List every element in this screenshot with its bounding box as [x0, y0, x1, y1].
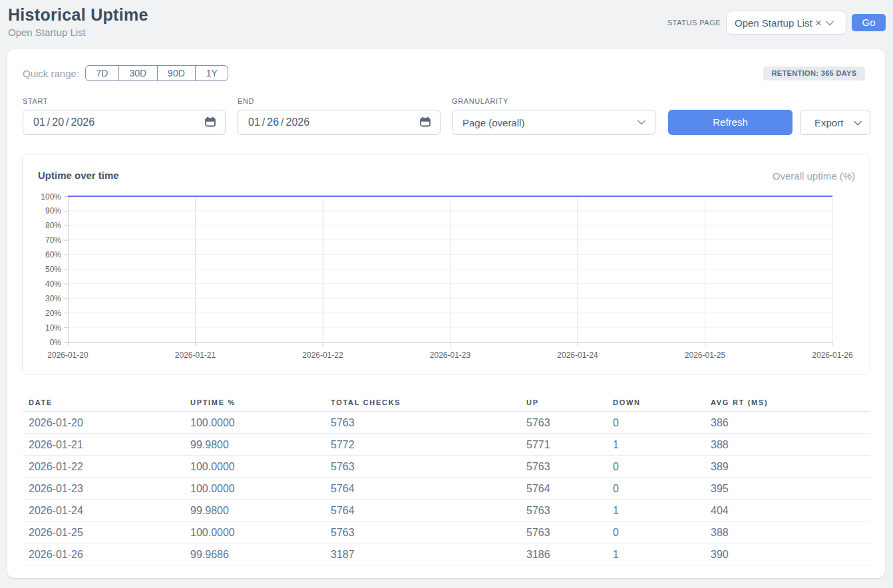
svg-text:70%: 70%: [45, 235, 61, 245]
svg-text:30%: 30%: [45, 294, 61, 303]
svg-text:2026-01-21: 2026-01-21: [175, 351, 216, 360]
svg-text:2026-01-20: 2026-01-20: [47, 351, 89, 360]
svg-text:2026-01-22: 2026-01-22: [302, 351, 343, 360]
svg-text:2026-01-26: 2026-01-26: [812, 351, 853, 360]
svg-text:50%: 50%: [45, 265, 61, 274]
svg-text:100%: 100%: [41, 192, 61, 202]
svg-text:80%: 80%: [45, 221, 61, 230]
svg-text:90%: 90%: [45, 206, 61, 216]
svg-text:2026-01-23: 2026-01-23: [430, 351, 471, 360]
svg-text:2026-01-25: 2026-01-25: [685, 351, 726, 360]
svg-text:0%: 0%: [50, 338, 62, 347]
svg-text:2026-01-24: 2026-01-24: [557, 351, 598, 360]
svg-text:60%: 60%: [45, 250, 61, 259]
svg-text:20%: 20%: [45, 309, 61, 318]
svg-text:10%: 10%: [45, 323, 61, 333]
svg-text:40%: 40%: [45, 279, 61, 289]
